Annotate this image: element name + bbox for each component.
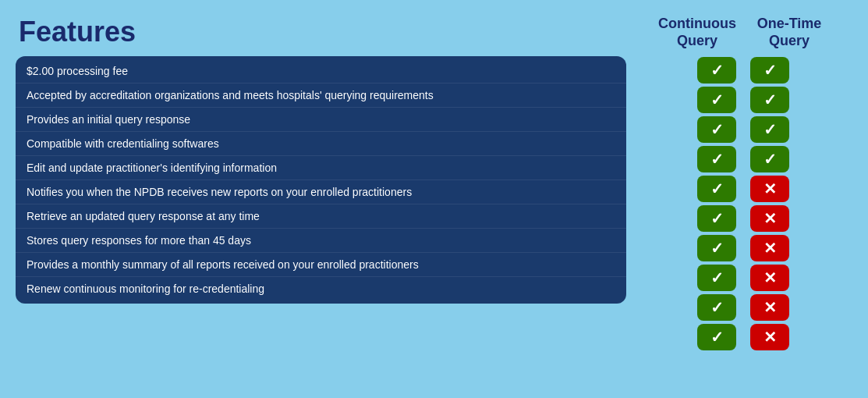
continuous-query-header: Continuous Query <box>658 16 736 49</box>
onetime-check-8 <box>750 294 789 321</box>
check-icon <box>710 90 724 110</box>
feature-row: Provides a monthly summary of all report… <box>16 253 626 277</box>
checks-column <box>697 57 789 354</box>
onetime-check-4 <box>750 176 789 202</box>
check-pair <box>697 265 789 291</box>
check-pair <box>697 294 789 321</box>
continuous-check-2 <box>697 116 736 143</box>
features-table: $2.00 processing feeAccepted by accredit… <box>16 56 626 304</box>
check-icon <box>763 119 777 140</box>
onetime-check-2 <box>750 116 789 143</box>
check-icon <box>710 327 724 347</box>
cross-icon <box>763 297 777 318</box>
check-icon <box>710 60 724 80</box>
check-pair <box>697 116 789 143</box>
onetime-check-3 <box>750 146 789 172</box>
check-pair <box>697 146 789 172</box>
onetime-check-1 <box>750 87 789 113</box>
check-icon <box>710 179 724 199</box>
continuous-check-1 <box>697 87 736 113</box>
check-icon <box>763 60 777 80</box>
feature-row: Notifies you when the NPDB receives new … <box>16 180 626 204</box>
continuous-check-0 <box>697 57 736 84</box>
cross-icon <box>763 208 777 229</box>
feature-row: Edit and update practitioner's identifyi… <box>16 156 626 180</box>
right-section: Continuous Query One-Time Query <box>634 16 852 354</box>
cross-icon <box>763 327 777 347</box>
cross-icon <box>763 238 777 258</box>
check-pair <box>697 87 789 113</box>
onetime-check-0 <box>750 57 789 84</box>
feature-row: Provides an initial query response <box>16 108 626 132</box>
continuous-check-9 <box>697 324 736 350</box>
onetime-check-5 <box>750 205 789 232</box>
continuous-check-5 <box>697 205 736 232</box>
left-section: Features $2.00 processing feeAccepted by… <box>16 16 626 304</box>
features-title: Features <box>16 16 626 48</box>
cross-icon <box>763 179 777 199</box>
continuous-check-6 <box>697 235 736 261</box>
onetime-query-header: One-Time Query <box>750 16 828 49</box>
column-headers: Continuous Query One-Time Query <box>634 16 852 49</box>
onetime-check-6 <box>750 235 789 261</box>
onetime-check-9 <box>750 324 789 350</box>
onetime-check-7 <box>750 265 789 291</box>
feature-row: Accepted by accreditation organizations … <box>16 84 626 108</box>
check-icon <box>710 297 724 318</box>
continuous-check-4 <box>697 176 736 202</box>
check-pair <box>697 176 789 202</box>
check-icon <box>710 149 724 169</box>
page-container: Features $2.00 processing feeAccepted by… <box>16 16 852 354</box>
check-icon <box>710 268 724 288</box>
feature-row: Retrieve an updated query response at an… <box>16 204 626 229</box>
continuous-check-8 <box>697 294 736 321</box>
cross-icon <box>763 268 777 288</box>
check-pair <box>697 57 789 84</box>
check-icon <box>763 149 777 169</box>
check-icon <box>710 208 724 229</box>
check-icon <box>710 119 724 140</box>
check-icon <box>763 90 777 110</box>
check-icon <box>710 238 724 258</box>
check-pair <box>697 235 789 261</box>
feature-row: $2.00 processing fee <box>16 59 626 84</box>
continuous-check-7 <box>697 265 736 291</box>
check-pair <box>697 205 789 232</box>
feature-row: Renew continuous monitoring for re-crede… <box>16 277 626 300</box>
feature-row: Compatible with credentialing softwares <box>16 132 626 156</box>
check-pair <box>697 324 789 350</box>
feature-row: Stores query responses for more than 45 … <box>16 229 626 253</box>
continuous-check-3 <box>697 146 736 172</box>
